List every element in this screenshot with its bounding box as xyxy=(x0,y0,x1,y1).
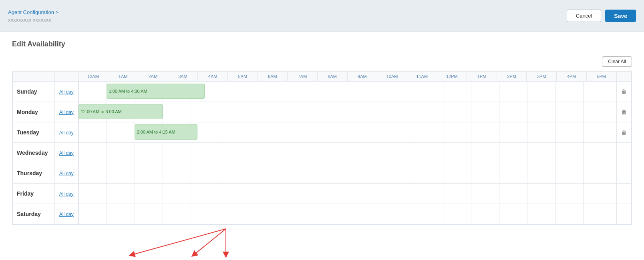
allday-cell-thursday[interactable]: All day xyxy=(55,163,78,184)
grid-line xyxy=(583,122,584,142)
avail-block-sunday-0[interactable]: 1:00 AM to 4:30 AM xyxy=(107,84,205,99)
delete-icon-tuesday[interactable]: 🗑 xyxy=(621,129,627,136)
grid-line xyxy=(191,143,191,163)
delete-cell-thursday xyxy=(616,163,631,184)
grid-line xyxy=(275,184,275,204)
grid-line xyxy=(135,204,135,224)
day-label-thursday: Thursday xyxy=(13,163,55,184)
grid-line xyxy=(583,102,584,122)
allday-link-wednesday[interactable]: All day xyxy=(59,150,74,156)
top-bar-actions: Cancel Save xyxy=(567,10,636,22)
grid-line xyxy=(247,204,247,224)
grid-line xyxy=(415,204,415,224)
grid-line xyxy=(275,102,275,122)
grid-line xyxy=(163,102,163,122)
grid-line xyxy=(555,143,555,163)
cancel-button[interactable]: Cancel xyxy=(567,10,601,22)
grid-area-saturday[interactable] xyxy=(78,204,616,224)
grid-line xyxy=(359,122,359,142)
save-button[interactable]: Save xyxy=(605,10,636,22)
grid-line xyxy=(163,184,163,204)
clear-all-row: Clear All xyxy=(12,56,632,67)
grid-line xyxy=(275,143,275,163)
time-header-6am: 6AM xyxy=(258,72,288,82)
grid-line xyxy=(359,204,359,224)
grid-line xyxy=(499,163,499,183)
day-label-sunday: Sunday xyxy=(13,82,55,102)
grid-line xyxy=(415,163,415,183)
time-header-11am: 11AM xyxy=(407,72,437,82)
grid-area-friday[interactable] xyxy=(78,184,616,204)
allday-link-tuesday[interactable]: All day xyxy=(59,130,74,136)
grid-line xyxy=(499,102,499,122)
grid-area-sunday[interactable]: 1:00 AM to 4:30 AM xyxy=(78,82,616,102)
grid-line xyxy=(387,204,387,224)
breadcrumb[interactable]: Agent Configuration > xyxy=(8,9,58,15)
delete-cell-monday[interactable]: 🗑 xyxy=(616,102,631,122)
allday-link-friday[interactable]: All day xyxy=(59,191,74,197)
grid-line xyxy=(359,163,359,183)
grid-line xyxy=(527,122,527,142)
grid-line xyxy=(387,122,387,142)
grid-line xyxy=(471,122,471,142)
page-title: Edit Availability xyxy=(12,40,632,48)
time-header-8am: 8AM xyxy=(317,72,347,82)
annotation-area: Availability blocks xyxy=(12,225,632,260)
day-row-friday: FridayAll day xyxy=(13,184,632,204)
grid-line xyxy=(359,82,359,102)
allday-link-thursday[interactable]: All day xyxy=(59,171,74,176)
grid-line xyxy=(219,82,219,102)
grid-area-tuesday[interactable]: 2:00 AM to 4:15 AM xyxy=(78,122,616,143)
grid-area-monday[interactable]: 12:00 AM to 3:00 AM xyxy=(78,102,616,122)
grid-line xyxy=(247,143,247,163)
grid-line xyxy=(555,204,555,224)
avail-block-monday-0[interactable]: 12:00 AM to 3:00 AM xyxy=(78,104,163,119)
time-header-7am: 7AM xyxy=(288,72,318,82)
grid-line xyxy=(107,204,107,224)
grid-line xyxy=(415,82,415,102)
time-header-1pm: 1PM xyxy=(467,72,497,82)
day-label-tuesday: Tuesday xyxy=(13,122,55,143)
clear-all-button[interactable]: Clear All xyxy=(602,56,632,67)
allday-cell-friday[interactable]: All day xyxy=(55,184,78,204)
time-header-3pm: 3PM xyxy=(527,72,557,82)
allday-link-saturday[interactable]: All day xyxy=(59,212,74,217)
day-label-saturday: Saturday xyxy=(13,204,55,224)
grid-line xyxy=(303,143,303,163)
grid-area-wednesday[interactable] xyxy=(78,143,616,163)
grid-line xyxy=(415,184,415,204)
top-bar-left: Agent Configuration > xxxxxxxxx xxxxxxx xyxy=(8,9,58,23)
delete-cell-sunday[interactable]: 🗑 xyxy=(616,82,631,102)
allday-cell-saturday[interactable]: All day xyxy=(55,204,78,224)
grid-line xyxy=(107,143,107,163)
day-col-header xyxy=(13,72,55,82)
content-area: Edit Availability Clear All 12AM1AM2AM3A… xyxy=(0,32,644,260)
day-row-saturday: SaturdayAll day xyxy=(13,204,632,224)
allday-cell-tuesday[interactable]: All day xyxy=(55,122,78,143)
time-header-4am: 4AM xyxy=(198,72,228,82)
allday-link-sunday[interactable]: All day xyxy=(59,89,74,95)
grid-line xyxy=(387,102,387,122)
allday-cell-sunday[interactable]: All day xyxy=(55,82,78,102)
grid-line xyxy=(303,122,303,142)
grid-line xyxy=(78,143,79,163)
grid-area-thursday[interactable] xyxy=(78,163,616,184)
allday-cell-monday[interactable]: All day xyxy=(55,102,78,122)
grid-line xyxy=(78,184,79,204)
grid-line xyxy=(219,143,219,163)
delete-cell-saturday xyxy=(616,204,631,224)
delete-icon-monday[interactable]: 🗑 xyxy=(621,109,627,115)
grid-line xyxy=(163,204,163,224)
avail-block-tuesday-0[interactable]: 2:00 AM to 4:15 AM xyxy=(135,124,198,140)
day-label-friday: Friday xyxy=(13,184,55,204)
schedule-container: 12AM1AM2AM3AM4AM5AM6AM7AM8AM9AM10AM11AM1… xyxy=(12,71,632,225)
allday-cell-wednesday[interactable]: All day xyxy=(55,143,78,163)
delete-cell-tuesday[interactable]: 🗑 xyxy=(616,122,631,143)
allday-link-monday[interactable]: All day xyxy=(59,110,74,115)
grid-line xyxy=(275,82,275,102)
grid-line xyxy=(303,184,303,204)
delete-icon-sunday[interactable]: 🗑 xyxy=(621,88,627,95)
grid-line xyxy=(415,122,415,142)
day-label-wednesday: Wednesday xyxy=(13,143,55,163)
grid-line xyxy=(471,143,471,163)
